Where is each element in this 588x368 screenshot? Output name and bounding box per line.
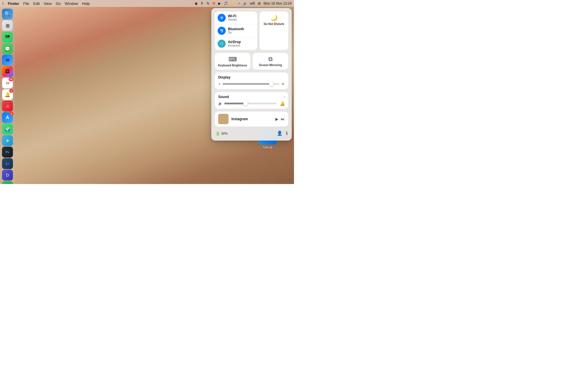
photos-icon: 🖼 (5, 69, 10, 74)
cc-screen-mirroring-icon: ⧉ (268, 56, 272, 62)
cc-display-slider-track[interactable] (223, 83, 279, 85)
cc-battery-icon: 🔋 (215, 131, 220, 136)
apple-menu[interactable]:  (2, 1, 4, 6)
cc-dnd-icon: 🌙 (270, 14, 278, 21)
dock-item-telegram[interactable]: ✈ (2, 135, 13, 146)
dock-item-photoshop[interactable]: Ps (2, 147, 13, 158)
cc-np-skip-button[interactable]: ⏭ (281, 117, 285, 121)
location-icon[interactable]: ◉ (195, 1, 198, 5)
cc-bluetooth-item[interactable]: ⅋ Bluetooth On (215, 24, 257, 37)
cc-wifi-item[interactable]: Wi-Fi Vimobi (215, 12, 257, 24)
appstore-badge: 1 (9, 112, 13, 116)
music-icon[interactable]: ▶ (218, 1, 221, 5)
cc-sound-title: Sound (218, 95, 229, 99)
podcast-icon[interactable]: 🎵 (224, 1, 228, 5)
cc-bottom-icons: 👤 ℹ (277, 131, 288, 136)
cc-keyboard-brightness-tile[interactable]: ⌨ Keyboard Brightness (215, 53, 250, 70)
view-menu[interactable]: View (44, 1, 52, 6)
dock-item-evernote[interactable]: E (2, 181, 13, 184)
finder-icon: 🔍 (4, 11, 11, 17)
calendar-icon: 16 (6, 81, 9, 85)
badge-icon[interactable]: ② (212, 1, 215, 5)
cc-airdrop-icon: ⦾ (218, 40, 226, 48)
cc-display-thumb[interactable] (269, 82, 274, 86)
dock-item-calendar[interactable]: 16 16 (2, 78, 13, 89)
cc-dnd-block: 🌙 Do Not Disturb (260, 12, 288, 50)
cc-sound-chevron-icon[interactable]: › (284, 95, 285, 99)
cc-screen-mirroring-tile[interactable]: ⧉ Screen Mirroring (253, 53, 288, 70)
cc-dnd-label: Do Not Disturb (264, 22, 284, 26)
cc-airdrop-text: AirDrop Everyone (228, 40, 241, 47)
menubar-clock: Mon 16 Nov 13:24 (264, 1, 292, 5)
cc-sound-low-icon: 🔈 (218, 101, 223, 106)
folder-label: Tinh tế (263, 146, 272, 150)
calendar-badge: 16 (9, 77, 13, 81)
cc-airdrop-subtitle: Everyone (228, 44, 241, 47)
dock-item-appstore[interactable]: A 1 (2, 112, 13, 123)
volume-icon[interactable]: 🔊 (243, 1, 247, 5)
cc-bottom-bar: 🔋 92% 👤 ℹ (215, 129, 288, 137)
dock: 🔍 ⊞ 🗺 💬 ✉ 🖼 16 16 🔔 1 ♫ A 1 (0, 7, 15, 184)
cc-display-low-icon: ☀ (218, 83, 221, 86)
maps-icon: 🗺 (5, 34, 10, 40)
cc-bluetooth-subtitle: On (228, 31, 244, 34)
messages-icon: 💬 (5, 46, 10, 51)
cc-bluetooth-title: Bluetooth (228, 27, 244, 31)
cc-bluetooth-text: Bluetooth On (228, 27, 244, 34)
cc-sound-thumb[interactable] (243, 101, 248, 106)
controlcenter-icon[interactable]: ⊞ (258, 1, 261, 5)
cc-sound-output-icon[interactable]: 🔔 (280, 101, 285, 106)
cc-display-section: Display ☀ ☀ (215, 72, 288, 89)
dock-item-mail[interactable]: ✉ (2, 55, 13, 66)
lightroom-icon: Lr (6, 162, 9, 165)
cc-display-title: Display (218, 75, 231, 79)
cc-album-art (218, 114, 229, 124)
cc-network-block: Wi-Fi Vimobi ⅋ Bluetooth On ⦾ AirD (215, 12, 257, 50)
cc-display-high-icon: ☀ (281, 82, 285, 86)
cc-dnd-button[interactable]: 🌙 Do Not Disturb (260, 12, 288, 50)
cc-sound-section: Sound › 🔈 🔔 (215, 92, 288, 109)
cc-user-icon[interactable]: 👤 (277, 131, 283, 136)
window-menu[interactable]: Window (65, 1, 78, 6)
bluetooth-icon[interactable]: ⑁ (238, 1, 240, 5)
music-app-icon: ♫ (6, 103, 9, 109)
dock-item-photos[interactable]: 🖼 (2, 66, 13, 77)
dock-item-devmate[interactable]: D (2, 170, 13, 181)
wifi-icon[interactable]: wifi (250, 1, 255, 5)
cc-sound-slider-track[interactable] (224, 103, 276, 104)
telegram-icon: ✈ (6, 138, 9, 143)
dock-item-reminders[interactable]: 🔔 1 (2, 89, 13, 100)
maps2-icon: 🌍 (5, 126, 10, 132)
reminders-icon: 🔔 (5, 92, 10, 97)
dock-item-music[interactable]: ♫ (2, 101, 13, 112)
cc-np-play-button[interactable]: ▶ (275, 117, 278, 121)
dictation-icon[interactable]: 🎙 (200, 1, 204, 5)
dock-item-maps2[interactable]: 🌍 (2, 124, 13, 135)
note-icon[interactable]: N (207, 1, 209, 5)
cc-display-slider-row: ☀ ☀ (218, 82, 285, 86)
dock-item-launchpad[interactable]: ⊞ (2, 20, 13, 31)
cc-airdrop-item[interactable]: ⦾ AirDrop Everyone (215, 37, 257, 50)
file-menu[interactable]: File (23, 1, 29, 6)
dock-item-finder[interactable]: 🔍 (2, 9, 13, 20)
cc-screen-mirroring-label: Screen Mirroring (259, 64, 282, 67)
cc-info-icon[interactable]: ℹ (286, 131, 288, 136)
cc-airdrop-title: AirDrop (228, 40, 241, 44)
devmate-icon: D (6, 173, 9, 177)
cc-wifi-icon (218, 14, 226, 22)
cc-bluetooth-icon: ⅋ (218, 27, 226, 35)
cc-wifi-text: Wi-Fi Vimobi (228, 14, 237, 22)
go-menu[interactable]: Go (56, 1, 61, 6)
cc-mid-row: ⌨ Keyboard Brightness ⧉ Screen Mirroring (215, 53, 288, 70)
activity-icon[interactable]: ⚡ (231, 1, 235, 5)
cc-battery: 🔋 92% (215, 131, 228, 136)
dock-item-lightroom[interactable]: Lr (2, 158, 13, 169)
menubar:  Finder File Edit View Go Window Help ◉… (0, 0, 294, 7)
help-menu[interactable]: Help (82, 1, 90, 6)
dock-item-maps[interactable]: 🗺 (2, 32, 13, 43)
control-center-panel: Wi-Fi Vimobi ⅋ Bluetooth On ⦾ AirD (211, 8, 292, 141)
desktop:  Finder File Edit View Go Window Help ◉… (0, 0, 294, 184)
edit-menu[interactable]: Edit (33, 1, 40, 6)
dock-item-messages[interactable]: 💬 (2, 43, 13, 54)
finder-menu[interactable]: Finder (8, 1, 19, 6)
